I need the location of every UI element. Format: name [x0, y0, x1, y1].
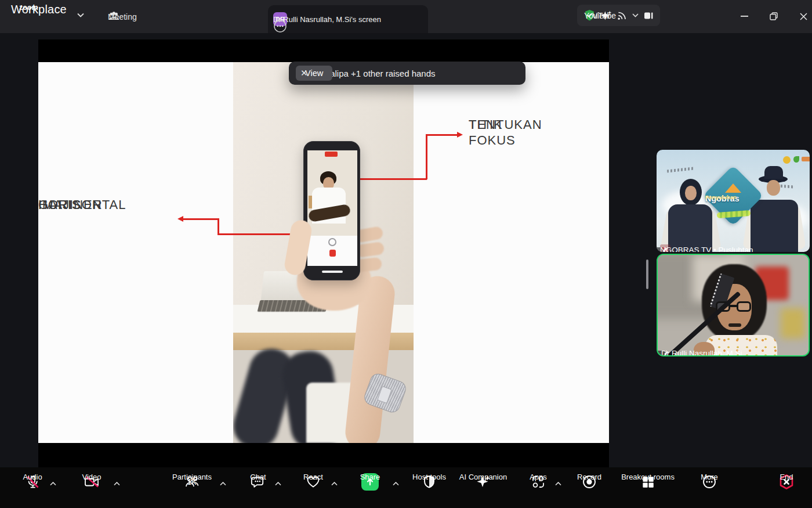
tab-meeting[interactable]: Meeting [108, 0, 120, 33]
close-window-button[interactable] [795, 8, 812, 24]
banner-close-icon[interactable]: ✕ [298, 68, 310, 78]
view-label[interactable]: View [592, 11, 610, 20]
ngobras-logo-line: Penyuluhan [705, 194, 737, 200]
arrow-line [217, 218, 219, 235]
phone-camera-ui [307, 236, 357, 266]
arrow-line [360, 178, 427, 180]
restore-button[interactable] [765, 8, 782, 24]
minimize-button[interactable] [735, 8, 753, 24]
tab-screen-share[interactable]: DR Dr Rulli Nasrullah, M.Si's screen [268, 5, 428, 33]
slide-photo [233, 62, 414, 443]
arrow-line [426, 134, 459, 136]
tab-meeting-label: Meeting [108, 12, 137, 21]
raised-hands-banner: Hj .musdalipa +1 other raised hands View… [289, 62, 525, 85]
host-left-face [685, 186, 697, 200]
participant-name: NGOBRAS TV • Pusluhtan [660, 246, 753, 253]
live-stream-icon [617, 10, 627, 20]
logo-workplace-text: Workplace [11, 3, 67, 15]
camera-shutter-icon [328, 238, 336, 246]
arrow-line [426, 134, 427, 179]
phone-screen [307, 150, 357, 236]
corner-doodle [667, 167, 694, 173]
zoom-meeting-window: zoom Workplace Meeting DR Dr Rulli Nasru… [0, 0, 812, 508]
arrow-head-left [177, 216, 183, 222]
host-right-face [767, 180, 780, 196]
slide-label-line: IMAJINER [38, 197, 103, 212]
video-tile-ngobras[interactable]: Ngobras Penyuluhan NGOBRAS TV • Pusluhta… [657, 150, 810, 252]
arrow-head-right [457, 132, 463, 138]
speaker-mustache [728, 323, 741, 327]
phone-home-indicator [322, 271, 343, 273]
record-stop-button [329, 250, 336, 257]
arrow-line [183, 218, 219, 220]
badge-coin-logo [783, 156, 791, 164]
presentation-slide: GARIS HORISONTAL IMAJINER TENTUKAN TITIK… [38, 62, 609, 443]
stream-status-pill: YouTube View [577, 5, 660, 26]
participant-name: Dr Rulli Nasrullah, M.Si [661, 349, 742, 357]
view-layout-icon[interactable] [644, 11, 653, 20]
host-right-hat [764, 166, 783, 179]
host-right-jacket [751, 200, 798, 252]
background-blob [781, 308, 805, 338]
shared-screen-stage: GARIS HORISONTAL IMAJINER TENTUKAN TITIK… [38, 39, 609, 467]
tab-screen-share-title: Dr Rulli Nasrullah, M.Si's screen [273, 15, 381, 24]
participant-name-label: Dr Rulli Nasrullah, M.Si [658, 351, 668, 355]
meeting-toolbar: Audio Video [0, 467, 812, 508]
badge-berakhlak-logo [802, 157, 810, 161]
titlebar: zoom Workplace Meeting DR Dr Rulli Nasru… [0, 0, 812, 33]
recording-indicator [325, 152, 338, 157]
ngobras-logo-tent [725, 183, 741, 193]
photo-phone [303, 141, 360, 280]
panel-scrollbar[interactable] [646, 260, 648, 289]
badge-leaf-logo [793, 156, 799, 163]
slide-label-line: TITIK FOKUS [469, 117, 516, 148]
participant-name-label: NGOBRAS TV • Pusluhtan [657, 247, 667, 252]
video-tile-dr-rulli[interactable]: Dr Rulli Nasrullah, M.Si [657, 254, 810, 356]
stream-chevron-down-icon[interactable] [632, 13, 639, 17]
